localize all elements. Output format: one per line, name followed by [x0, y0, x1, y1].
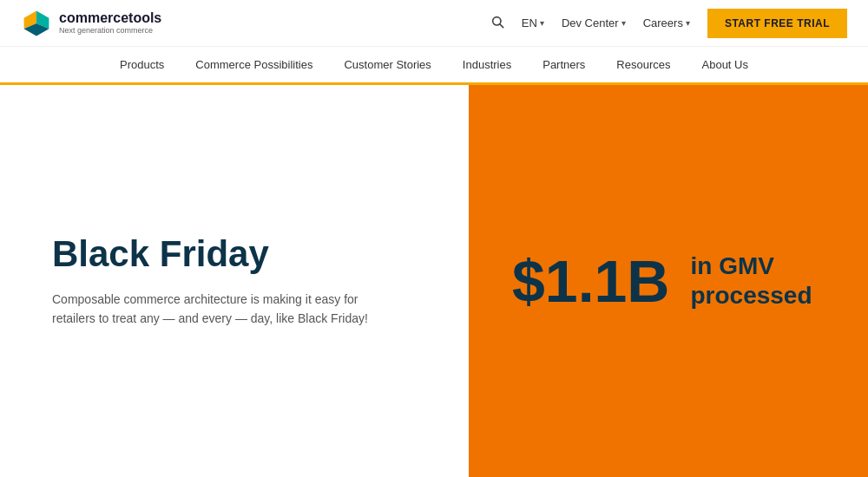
search-icon[interactable] [490, 15, 504, 32]
logo[interactable]: commercetools Next generation commerce [21, 8, 161, 39]
gmv-label: in GMV processed [690, 252, 825, 310]
logo-brand: commercetools [59, 10, 161, 26]
devcenter-chevron-icon: ▾ [621, 18, 626, 28]
logo-text: commercetools Next generation commerce [59, 10, 161, 35]
hero-section: Black Friday Composable commerce archite… [0, 85, 868, 477]
hero-title: Black Friday [52, 234, 382, 274]
lang-chevron-icon: ▾ [540, 18, 544, 28]
lang-switcher[interactable]: EN ▾ [522, 16, 544, 29]
svg-line-4 [500, 24, 503, 28]
logo-icon [21, 8, 52, 39]
nav-item-about-us[interactable]: About Us [702, 55, 748, 75]
careers-chevron-icon: ▾ [686, 18, 690, 28]
gmv-amount: $1.1B [512, 252, 669, 310]
careers-link[interactable]: Careers ▾ [643, 16, 690, 29]
nav-item-commerce-possibilities[interactable]: Commerce Possibilities [195, 55, 312, 75]
hero-subtitle: Composable commerce architecture is maki… [52, 290, 382, 329]
nav-item-products[interactable]: Products [120, 55, 164, 75]
top-right-nav: EN ▾ Dev Center ▾ Careers ▾ START FREE T… [490, 9, 847, 38]
dev-center-link[interactable]: Dev Center ▾ [562, 16, 626, 29]
main-nav: Products Commerce Possibilities Customer… [0, 47, 868, 85]
logo-tagline: Next generation commerce [59, 26, 161, 36]
nav-item-resources[interactable]: Resources [616, 55, 670, 75]
top-bar: commercetools Next generation commerce E… [0, 0, 868, 47]
hero-left: Black Friday Composable commerce archite… [0, 85, 434, 477]
nav-item-customer-stories[interactable]: Customer Stories [344, 55, 431, 75]
start-free-trial-button[interactable]: START FREE TRIAL [707, 9, 847, 38]
hero-stat-panel: $1.1B in GMV processed [469, 85, 868, 477]
nav-item-partners[interactable]: Partners [542, 55, 585, 75]
nav-item-industries[interactable]: Industries [463, 55, 511, 75]
